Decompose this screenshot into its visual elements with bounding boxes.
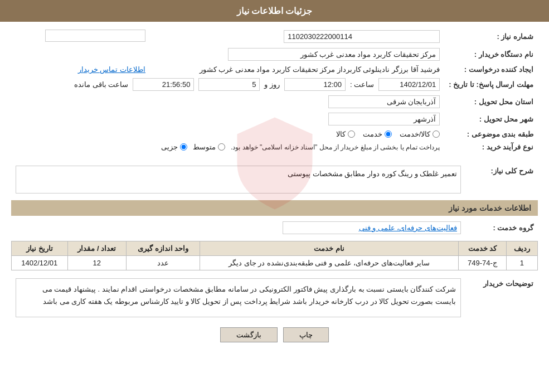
ostan-value: آذربایجان شرقی <box>11 93 444 110</box>
cell-radif: 1 <box>506 256 537 270</box>
ettelaat-tamas-link[interactable]: اطلاعات تماس خریدار <box>78 65 145 74</box>
tarikh-label <box>150 27 222 46</box>
cell-code: ج-74-749 <box>459 256 507 270</box>
cell-unit: عدد <box>126 256 200 270</box>
shomara-value: 1102030222000114 <box>234 27 444 46</box>
radio-khadamat-item: خدمت <box>363 130 392 138</box>
radio-kala-label: کالا <box>336 130 346 138</box>
grooh-label: گروه خدمت : <box>465 219 538 236</box>
row-ijad-konande: ایجاد کننده درخواست : فرشید آقا برزگر نا… <box>11 63 538 76</box>
col-name: نام خدمت <box>200 241 459 256</box>
grooh-row: گروه خدمت : فعالیت‌های حرفه‌ای، علمی و ف… <box>11 219 538 236</box>
radio-kala-khadamat: کالا/خدمت <box>400 130 440 138</box>
mohlat-row: 1402/12/01 ساعت : 12:00 روز و 5 21:56:50… <box>11 76 444 93</box>
radio-kala-item: کالا <box>336 130 355 138</box>
col-radif: ردیف <box>506 241 537 256</box>
radio-jazee-item: جزیی <box>161 143 187 151</box>
grooh-table: گروه خدمت : فعالیت‌های حرفه‌ای، علمی و ف… <box>11 219 538 236</box>
page-title: جزئیات اطلاعات نیاز <box>237 6 313 16</box>
col-count: تعداد / مقدار <box>67 241 126 256</box>
ostan-label: استان محل تحویل : <box>444 93 538 110</box>
radio-mottavasset-item: متوسط <box>193 143 225 151</box>
nam-dastgah-value: مرکز تحقیقات کاربرد مواد معدنی غرب کشور <box>11 46 444 63</box>
col-code: کد خدمت <box>459 241 507 256</box>
saat-input: 12:00 <box>284 78 346 91</box>
cell-count: 12 <box>67 256 126 270</box>
rooz-input: 5 <box>198 78 260 91</box>
radio-khadamat-input[interactable] <box>385 130 392 138</box>
services-tbody: 1 ج-74-749 سایر فعالیت‌های حرفه‌ای، علمی… <box>12 256 538 270</box>
page-header: جزئیات اطلاعات نیاز <box>0 0 549 22</box>
ijad-text: فرشید آقا برزگر نادینلوئی کاربرداز مرکز … <box>200 65 440 74</box>
main-container: جزئیات اطلاعات نیاز شماره نیاز : 1102030… <box>0 0 549 392</box>
radio-kala-khadamat-label: کالا/خدمت <box>400 130 431 138</box>
content-area: شماره نیاز : 1102030222000114 نام دستگاه… <box>0 22 549 354</box>
row-nam-dastgah: نام دستگاه خریدار : مرکز تحقیقات کاربرد … <box>11 46 538 63</box>
mohlat-label: مهلت ارسال پاسخ: تا تاریخ : <box>444 76 538 93</box>
nam-dastgah-input: مرکز تحقیقات کاربرد مواد معدنی غرب کشور <box>228 48 440 61</box>
grooh-input[interactable]: فعالیت‌های حرفه‌ای، علمی و فنی <box>283 221 461 234</box>
ettelaat-tamas-cell[interactable]: اطلاعات تماس خریدار <box>11 63 150 76</box>
watermark-icon: Ana Tender <box>225 113 325 214</box>
back-button[interactable]: بازگشت <box>220 327 278 342</box>
row-shomara-tarikh: شماره نیاز : 1102030222000114 <box>11 27 538 46</box>
ijad-label: ایجاد کننده درخواست : <box>444 63 538 76</box>
row-mohlat: مهلت ارسال پاسخ: تا تاریخ : 1402/12/01 س… <box>11 76 538 93</box>
shahr-label: شهر محل تحویل : <box>444 110 538 128</box>
sharh-label: شرح کلی نیاز: <box>465 163 538 196</box>
services-table: ردیف کد خدمت نام خدمت واحد اندازه گیری ت… <box>11 241 538 270</box>
grooh-value: فعالیت‌های حرفه‌ای، علمی و فنی <box>11 219 465 236</box>
shomara-input: 1102030222000114 <box>284 30 440 43</box>
radio-mottavasset-label: متوسط <box>193 143 216 151</box>
services-thead: ردیف کد خدمت نام خدمت واحد اندازه گیری ت… <box>12 241 538 256</box>
buttons-row: چاپ بازگشت <box>11 327 538 342</box>
nam-dastgah-label: نام دستگاه خریدار : <box>444 46 538 63</box>
services-header-row: ردیف کد خدمت نام خدمت واحد اندازه گیری ت… <box>12 241 538 256</box>
row-ostan: استان محل تحویل : آذربایجان شرقی <box>11 93 538 110</box>
radio-kala-input[interactable] <box>348 130 355 138</box>
buyer-notes-row: توضیحات خریدار شرکت کنندگان بایستی نسبت … <box>11 276 538 320</box>
table-row: 1 ج-74-749 سایر فعالیت‌های حرفه‌ای، علمی… <box>12 256 538 270</box>
buyer-notes-value: شرکت کنندگان بایستی نسبت به بارگذاری پیش… <box>11 276 465 320</box>
buyer-notes-label: توضیحات خریدار <box>465 276 538 320</box>
watermark-area: Ana Tender <box>11 158 538 163</box>
date-row: 1402/12/01 ساعت : 12:00 روز و 5 21:56:50… <box>16 78 440 91</box>
shomara-label: شماره نیاز : <box>444 27 538 46</box>
tabaqe-label: طبقه بندی موضوعی : <box>444 128 538 141</box>
buyer-notes-table: توضیحات خریدار شرکت کنندگان بایستی نسبت … <box>11 276 538 320</box>
baqi-label: ساعت باقی مانده <box>74 80 128 89</box>
tarikh-input <box>45 30 145 42</box>
shahr-input: آذرشهر <box>328 113 440 125</box>
cell-name: سایر فعالیت‌های حرفه‌ای، علمی و فنی طبقه… <box>200 256 459 270</box>
radio-kala-khadamat-input[interactable] <box>433 130 440 138</box>
svg-text:Ana: Ana <box>260 158 289 175</box>
print-button[interactable]: چاپ <box>283 327 329 342</box>
saat-label: ساعت : <box>350 80 374 89</box>
radio-khadamat-label: خدمت <box>363 130 382 138</box>
cell-date: 1402/12/01 <box>12 256 68 270</box>
date-input: 1402/12/01 <box>378 78 440 91</box>
radio-jazee-label: جزیی <box>161 143 178 151</box>
farayand-label: نوع فرآیند خرید : <box>444 141 538 153</box>
ostan-input: آذربایجان شرقی <box>328 95 440 108</box>
col-date: تاریخ نیاز <box>12 241 68 256</box>
buyer-notes-box: شرکت کنندگان بایستی نسبت به بارگذاری پیش… <box>16 278 461 317</box>
rooz-label: روز و <box>264 80 280 89</box>
col-unit: واحد اندازه گیری <box>126 241 200 256</box>
countdown-input: 21:56:50 <box>133 78 194 91</box>
svg-text:Tender: Tender <box>259 178 290 189</box>
radio-jazee-input[interactable] <box>180 143 187 151</box>
tarikh-value <box>11 27 150 46</box>
ijad-value: فرشید آقا برزگر نادینلوئی کاربرداز مرکز … <box>150 63 444 76</box>
